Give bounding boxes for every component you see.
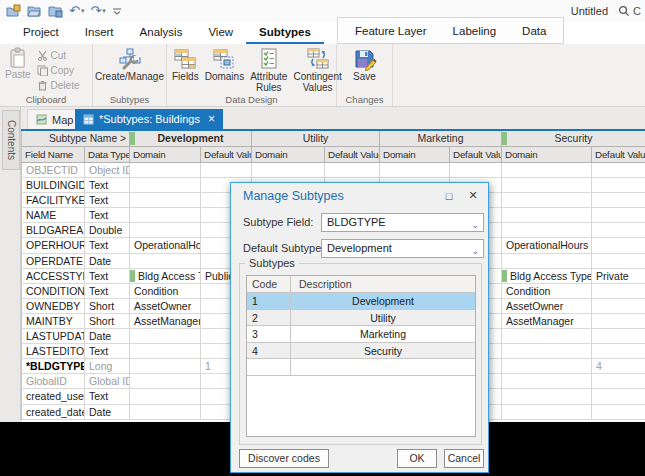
grid-cell[interactable] <box>130 193 201 208</box>
grid-cell[interactable]: 4 <box>592 359 645 374</box>
redo-dropdown-icon[interactable]: ▾ <box>102 7 106 15</box>
grid-cell[interactable]: OperationalHours <box>502 238 592 253</box>
grid-cell[interactable] <box>502 359 592 374</box>
grid-cell-field[interactable]: CONDITION <box>22 284 85 299</box>
subtype-row[interactable] <box>247 359 475 376</box>
paste-button[interactable]: Paste <box>2 46 34 82</box>
subtype-code-cell[interactable]: 3 <box>247 326 291 342</box>
grid-cell[interactable] <box>592 329 645 344</box>
grid-cell[interactable] <box>130 329 201 344</box>
subtype-row[interactable]: 2Utility <box>247 310 475 327</box>
tab-labeling[interactable]: Labeling <box>440 19 509 43</box>
cancel-button[interactable]: Cancel <box>444 449 484 468</box>
grid-cell[interactable] <box>130 405 201 420</box>
grid-cell[interactable]: OperationalHours <box>130 238 201 253</box>
open-project-icon[interactable] <box>6 2 21 20</box>
grid-cell[interactable] <box>450 163 502 178</box>
tab-project[interactable]: Project <box>10 22 72 44</box>
grid-cell-field[interactable]: *BLDGTYPE <box>22 359 85 374</box>
tab-insert[interactable]: Insert <box>72 22 127 44</box>
grid-cell[interactable] <box>130 389 201 404</box>
code-column-header[interactable]: Code <box>247 276 291 292</box>
subtype-name-header[interactable]: Subtype Name > <box>22 131 130 147</box>
grid-cell-type[interactable]: Long <box>85 359 130 374</box>
grid-cell[interactable]: Bldg Access Type <box>502 269 592 284</box>
default-subtype-combo[interactable]: Development ⌄ <box>321 239 484 258</box>
grid-cell[interactable] <box>502 344 592 359</box>
command-search[interactable]: C <box>618 5 641 17</box>
grid-cell[interactable] <box>592 405 645 420</box>
subtype-description-cell[interactable]: Utility <box>291 310 475 326</box>
group-header-development[interactable]: Development <box>130 131 252 147</box>
grid-cell[interactable] <box>592 163 645 178</box>
doc-tab--subtypes-buildings[interactable]: *Subtypes: Buildings× <box>75 109 223 129</box>
subtype-description-cell[interactable]: Development <box>291 293 475 309</box>
grid-cell-field[interactable]: GlobalID <box>22 374 85 389</box>
grid-cell[interactable] <box>592 238 645 253</box>
grid-cell[interactable] <box>502 178 592 193</box>
grid-cell[interactable] <box>130 374 201 389</box>
grid-cell[interactable] <box>502 208 592 223</box>
grid-cell[interactable] <box>502 329 592 344</box>
redo-button[interactable]: ↷▾ <box>90 2 105 20</box>
grid-cell-type[interactable]: Text <box>85 284 130 299</box>
grid-cell[interactable]: Bldg Access Type <box>130 269 201 284</box>
cut-button[interactable]: Cut <box>34 48 83 62</box>
contents-pane-tab[interactable]: Contents <box>2 110 20 170</box>
subtype-code-cell[interactable] <box>247 359 291 375</box>
grid-cell[interactable] <box>130 208 201 223</box>
column-header-4[interactable]: Domain <box>252 147 325 163</box>
grid-cell-type[interactable]: Text <box>85 208 130 223</box>
group-header-utility[interactable]: Utility <box>252 131 380 147</box>
subtype-row[interactable]: 1Development <box>247 293 475 310</box>
grid-cell[interactable] <box>502 374 592 389</box>
grid-cell-field[interactable]: FACILITYKEY <box>22 193 85 208</box>
column-header-1[interactable]: Data Type <box>85 147 130 163</box>
grid-cell-field[interactable]: ACCESSTYPE <box>22 269 85 284</box>
group-header-security[interactable]: Security <box>502 131 645 147</box>
delete-button[interactable]: Delete <box>34 78 83 92</box>
grid-cell-type[interactable]: Text <box>85 344 130 359</box>
grid-cell-type[interactable]: Object ID <box>85 163 130 178</box>
grid-cell[interactable] <box>502 193 592 208</box>
subtype-row[interactable]: 3Marketing <box>247 326 475 343</box>
attribute-rules-button[interactable]: Attribute Rules <box>247 46 290 94</box>
grid-cell[interactable] <box>201 163 252 178</box>
grid-cell[interactable]: AssetManager <box>502 314 592 329</box>
column-header-9[interactable]: Default Value <box>592 147 645 163</box>
grid-cell[interactable]: Private <box>592 269 645 284</box>
grid-cell[interactable] <box>592 178 645 193</box>
grid-cell-type[interactable]: Date <box>85 405 130 420</box>
column-header-6[interactable]: Domain <box>380 147 450 163</box>
grid-cell[interactable]: AssetOwner <box>502 299 592 314</box>
grid-cell[interactable]: Condition <box>130 284 201 299</box>
grid-cell[interactable] <box>592 208 645 223</box>
grid-cell-field[interactable]: BLDGAREA <box>22 223 85 238</box>
grid-cell[interactable] <box>592 344 645 359</box>
column-header-8[interactable]: Domain <box>502 147 592 163</box>
discover-codes-button[interactable]: Discover codes <box>239 449 329 468</box>
grid-cell[interactable] <box>502 163 592 178</box>
grid-cell-field[interactable]: created_user <box>22 389 85 404</box>
grid-cell[interactable]: AssetOwner <box>130 299 201 314</box>
grid-cell[interactable] <box>592 223 645 238</box>
close-tab-icon[interactable]: × <box>208 112 215 126</box>
tab-view[interactable]: View <box>195 22 246 44</box>
ok-button[interactable]: OK <box>397 449 437 468</box>
subtype-code-cell[interactable]: 4 <box>247 343 291 359</box>
tab-data[interactable]: Data <box>509 19 559 43</box>
grid-cell[interactable] <box>325 163 380 178</box>
grid-cell[interactable] <box>592 193 645 208</box>
grid-cell-field[interactable]: NAME <box>22 208 85 223</box>
column-header-5[interactable]: Default Value <box>325 147 380 163</box>
grid-cell-field[interactable]: OPERHOURS <box>22 238 85 253</box>
group-header-marketing[interactable]: Marketing <box>380 131 502 147</box>
grid-cell-field[interactable]: LASTEDITOR <box>22 344 85 359</box>
column-header-3[interactable]: Default Value <box>201 147 252 163</box>
grid-cell-field[interactable]: OPERDATE <box>22 254 85 269</box>
grid-cell-type[interactable]: Date <box>85 254 130 269</box>
column-header-0[interactable]: Field Name <box>22 147 85 163</box>
grid-cell[interactable] <box>130 163 201 178</box>
subtype-field-combo[interactable]: BLDGTYPE ⌄ <box>321 213 484 232</box>
grid-cell-field[interactable]: OWNEDBY <box>22 299 85 314</box>
